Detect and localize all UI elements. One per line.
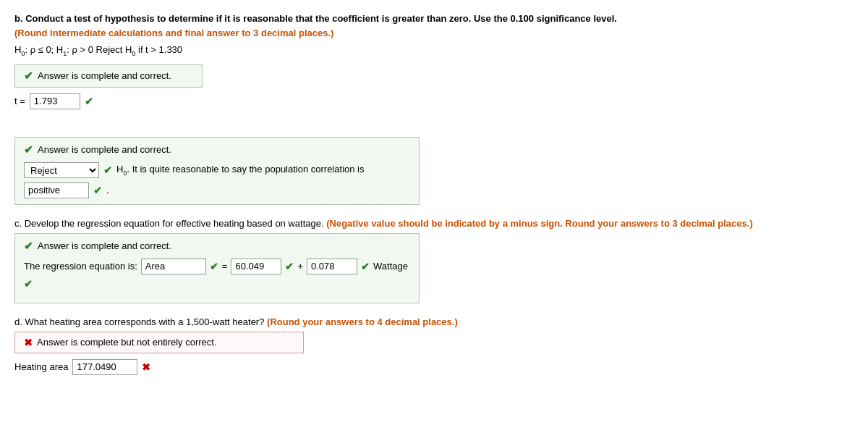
part-b-instruction: b. Conduct a test of hypothesis to deter… (14, 12, 854, 40)
part-c-instruction-bold: (Negative value should be indicated by a… (326, 218, 752, 229)
part-d-instruction-bold: (Round your answers to 4 decimal places.… (267, 316, 458, 327)
heating-row: Heating area ✖ (14, 359, 854, 375)
t-label: t = (14, 96, 25, 106)
part-b-answer-label-1: Answer is complete and correct. (38, 70, 171, 81)
intercept-check-icon: ✔ (285, 261, 294, 272)
equals-sign: = (222, 261, 228, 272)
part-b-instruction-round: (Round intermediate calculations and fin… (14, 28, 333, 38)
y-variable-input[interactable] (141, 259, 206, 274)
part-b-answer-header-2: ✔ Answer is complete and correct. (24, 143, 410, 156)
x-variable-label: Wattage (373, 261, 408, 272)
part-b-answer-header-1: ✔ Answer is complete and correct. (24, 70, 193, 83)
t-row: t = ✔ (14, 93, 854, 109)
part-c-instruction-text: c. Develop the regression equation for e… (14, 218, 324, 229)
part-d-answer-block: ✖ Answer is complete but not entirely co… (14, 332, 304, 353)
heating-label: Heating area (14, 361, 68, 372)
part-b-answer-label-2: Answer is complete and correct. (38, 144, 171, 155)
correlation-check-icon: ✔ (93, 185, 102, 196)
part-c-section: c. Develop the regression equation for e… (14, 218, 854, 303)
heating-x-icon: ✖ (142, 361, 150, 373)
plus-sign: + (297, 261, 303, 272)
regression-label: The regression equation is: (24, 261, 137, 272)
slope-input[interactable] (307, 259, 357, 274)
part-c-answer-block: ✔ Answer is complete and correct. The re… (14, 233, 420, 303)
part-c-answer-label: Answer is complete and correct. (38, 240, 171, 251)
reject-row: Reject Do not reject ✔ H0. It is quite r… (24, 162, 410, 198)
part-d-instruction: d. What heating area corresponds with a … (14, 316, 854, 327)
part-b-section: b. Conduct a test of hypothesis to deter… (14, 12, 854, 205)
t-input[interactable] (30, 93, 80, 109)
part-b-instruction-bold: b. Conduct a test of hypothesis to deter… (14, 13, 617, 24)
correlation-input[interactable] (24, 182, 89, 198)
x-icon: ✖ (24, 337, 33, 348)
area-check-icon: ✔ (210, 261, 218, 272)
reject-select[interactable]: Reject Do not reject (24, 162, 99, 178)
part-d-answer-label: Answer is complete but not entirely corr… (37, 337, 217, 348)
regression-row: The regression equation is: ✔ = ✔ + ✔ Wa… (24, 259, 410, 290)
intercept-input[interactable] (231, 259, 281, 274)
check-icon-2: ✔ (24, 143, 33, 156)
heating-input[interactable] (72, 359, 137, 375)
check-icon-3: ✔ (24, 240, 33, 253)
dot-end: . (106, 185, 109, 196)
slope-check-icon: ✔ (361, 261, 370, 272)
wattage-check-icon: ✔ (24, 278, 33, 290)
reject-text: H0. It is quite reasonable to say the po… (116, 164, 365, 177)
reject-check-icon: ✔ (103, 164, 112, 176)
part-d-section: d. What heating area corresponds with a … (14, 316, 854, 375)
part-c-answer-header: ✔ Answer is complete and correct. (24, 240, 410, 253)
t-check-icon: ✔ (85, 96, 93, 107)
hypothesis-line: H0: ρ ≤ 0; H1: ρ > 0 Reject H0 if t > 1.… (14, 44, 854, 57)
spacer-1 (14, 115, 854, 137)
part-d-instruction-text: d. What heating area corresponds with a … (14, 316, 264, 327)
check-icon-1: ✔ (24, 70, 33, 83)
part-c-instruction: c. Develop the regression equation for e… (14, 218, 854, 229)
part-d-answer-header: ✖ Answer is complete but not entirely co… (24, 337, 294, 348)
part-b-answer-block-2: ✔ Answer is complete and correct. Reject… (14, 137, 420, 205)
part-b-answer-block-1: ✔ Answer is complete and correct. (14, 64, 203, 88)
